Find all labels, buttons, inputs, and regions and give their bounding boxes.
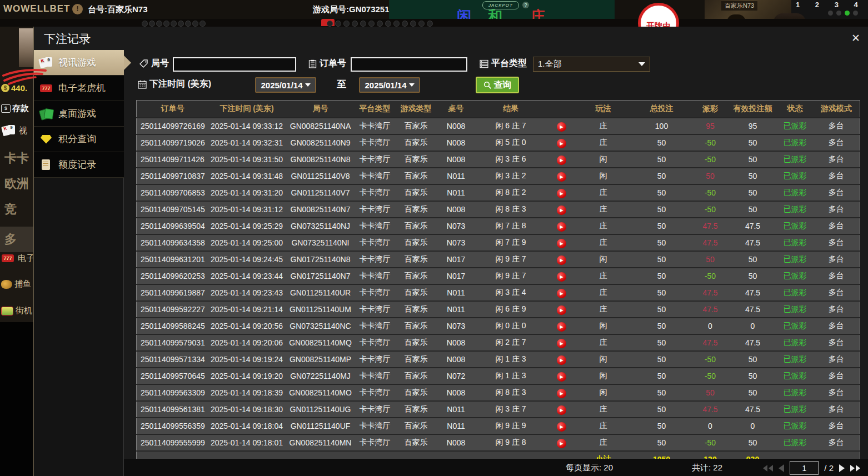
replay-icon[interactable]: ▶ [557,239,566,248]
shoe-dot [845,11,850,16]
cell-payout: -50 [692,434,729,451]
cell-game: 百家乐 [394,134,438,151]
cell-table: N008 [438,118,474,134]
filter-bar: 局号 订单号 平台类型 1.全部 下注时间 (美东 [124,50,868,100]
cell-result: 闲 7 庄 9 [474,234,548,251]
menu-item-桌面游戏[interactable]: 桌面游戏 [34,101,124,127]
to-label: 至 [337,78,346,91]
cell-payout: 0 [692,418,729,434]
page-input[interactable] [790,461,819,475]
cell-time: 2025-01-14 09:19:24 [209,351,285,368]
menu-item-视讯游戏[interactable]: K9视讯游戏 [34,50,124,76]
replay-icon[interactable]: ▶ [557,422,566,432]
table-row: 2501140996395042025-01-14 09:25:29GN0732… [137,218,860,234]
replay-icon[interactable]: ▶ [557,139,566,148]
cell-bet: 50 [631,418,692,434]
replay-icon[interactable]: ▶ [557,172,566,182]
modal-content: 局号 订单号 平台类型 1.全部 下注时间 (美东 [124,50,868,476]
cell-table: N008 [438,201,474,218]
table-row: 2501140995613812025-01-14 09:18:30GN0112… [137,401,860,418]
round-input[interactable] [173,57,296,72]
sidebar-item-竞[interactable]: 竞 [0,201,33,218]
cell-order: 250114099592227 [137,301,209,318]
menu-item-积分查询[interactable]: 积分查询 [34,127,124,152]
close-icon[interactable]: ✕ [851,32,860,44]
table-row: 2501140995559992025-01-14 09:18:01GN0082… [137,434,860,451]
replay-icon[interactable]: ▶ [557,305,566,315]
sidebar-item-卡卡[interactable]: 卡卡 [0,150,33,167]
replay-icon[interactable]: ▶ [557,439,566,448]
column-header: 桌号 [438,101,474,118]
cell-valid: 50 [729,168,777,184]
menu-item-额度记录[interactable]: 额度记录 [34,152,124,178]
question-icon[interactable]: ? [522,2,529,8]
cell-replay: ▶ [548,118,576,134]
cell-game: 百家乐 [394,334,438,351]
menu-filler [34,178,124,476]
replay-icon[interactable]: ▶ [557,222,566,232]
cell-game: 百家乐 [394,434,438,451]
date-to-picker[interactable]: 2025/01/14 [359,77,420,93]
cell-time: 2025-01-14 09:18:39 [209,384,285,401]
sidebar-item-多[interactable]: 多 [0,227,33,252]
cell-game: 百家乐 [394,151,438,168]
cell-platform: 卡卡湾厅 [356,434,394,451]
sidebar-item-video[interactable]: K9 视 [2,124,27,137]
next-page-icon[interactable] [839,464,845,472]
search-button[interactable]: 查询 [476,77,519,93]
replay-icon[interactable]: ▶ [557,372,566,382]
cell-mode: 多台 [813,318,860,334]
order-input[interactable] [351,57,467,72]
replay-icon[interactable]: ▶ [557,355,566,365]
table-row: 2501140995713342025-01-14 09:19:24GN0082… [137,351,860,368]
menu-item-电子老虎机[interactable]: 777电子老虎机 [34,76,124,101]
platform-select[interactable]: 1.全部 [533,57,650,72]
cell-mode: 多台 [813,118,860,134]
replay-icon[interactable]: ▶ [557,389,566,398]
cell-order: 250114099719026 [137,134,209,151]
cell-game: 百家乐 [394,168,438,184]
date-from-picker[interactable]: 2025/01/14 [255,77,316,93]
cell-order: 250114099639504 [137,218,209,234]
replay-icon[interactable]: ▶ [557,339,566,348]
replay-icon[interactable]: ▶ [557,122,566,132]
sidebar-item-电子[interactable]: 777电子 [1,252,33,264]
last-page-icon[interactable] [850,465,860,472]
cell-status: 已派彩 [777,334,813,351]
avatar[interactable] [19,28,33,67]
cell-payout: 50 [692,168,729,184]
replay-icon[interactable]: ▶ [557,255,566,265]
replay-icon[interactable]: ▶ [557,289,566,298]
replay-icon[interactable]: ▶ [557,322,566,332]
cell-mode: 多台 [813,218,860,234]
sidebar-item-欧洲[interactable]: 欧洲 [0,176,33,192]
cell-order: 250114099710837 [137,168,209,184]
cell-valid: 95 [729,118,777,134]
prev-page-icon[interactable] [779,464,784,472]
cell-result: 闲 8 庄 2 [474,184,548,201]
cell-table: N017 [438,251,474,268]
roadmap-dot [377,21,383,27]
cell-play: 闲 [576,351,631,368]
replay-icon[interactable]: ▶ [557,189,566,198]
deposit-icon: $ [1,104,11,113]
cell-table: N011 [438,284,474,301]
replay-icon[interactable]: ▶ [557,405,566,415]
replay-icon[interactable]: ▶ [557,272,566,282]
cards-icon: K9 [39,57,54,69]
cell-valid: 50 [729,134,777,151]
deposit-button[interactable]: $ 存款 [1,103,29,114]
sidebar-item-捕鱼[interactable]: 捕鱼 [1,279,31,289]
replay-icon[interactable]: ▶ [557,156,566,165]
cell-time: 2025-01-14 09:20:06 [209,334,285,351]
replay-icon[interactable]: ▶ [557,206,566,215]
sidebar-item-街机[interactable]: 街机 [1,305,32,316]
first-page-icon[interactable] [763,465,773,472]
cell-order: 250114099570645 [137,368,209,384]
game-topbar: WOWELLBET ! 台号:百家乐N73 游戏局号:GN073251140NX… [0,0,868,19]
column-header: 游戏类型 [394,101,438,118]
roadmap-dot [163,21,169,27]
cell-bet: 50 [631,218,692,234]
cell-time: 2025-01-14 09:31:48 [209,168,285,184]
cell-table: N008 [438,434,474,451]
